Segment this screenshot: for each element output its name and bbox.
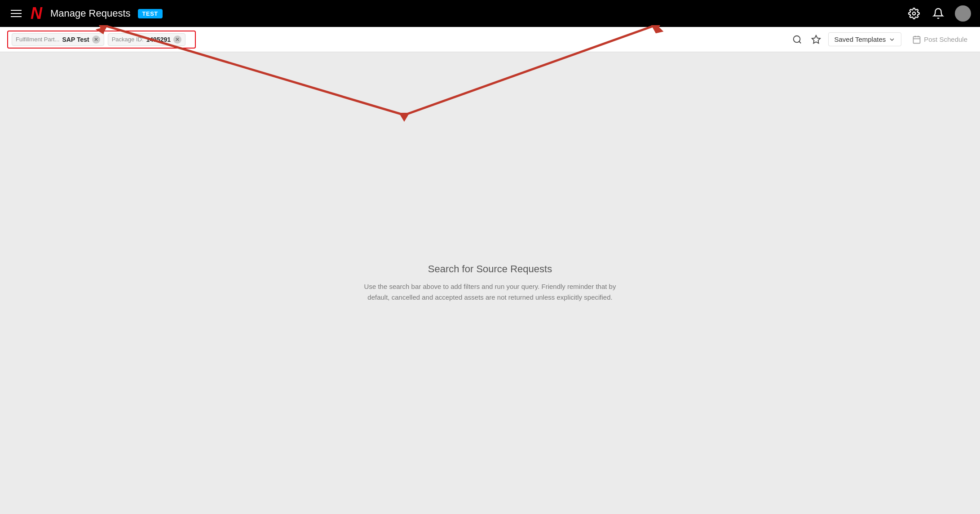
netflix-logo: N [31, 5, 41, 22]
filter-bar: Fulfillment Part... SAP Test ✕ Package I… [0, 27, 980, 52]
chip-label-muted: Package ID: [112, 36, 144, 43]
saved-templates-label: Saved Templates [834, 35, 886, 43]
calendar-icon [912, 35, 921, 44]
settings-button[interactable] [906, 6, 922, 21]
empty-state: Search for Source Requests Use the searc… [364, 263, 616, 303]
chip-close-button[interactable]: ✕ [173, 35, 181, 44]
hamburger-button[interactable] [9, 8, 23, 19]
svg-marker-18 [399, 113, 410, 122]
user-avatar[interactable] [955, 5, 971, 22]
empty-state-description: Use the search bar above to add filters … [364, 281, 616, 303]
svg-line-3 [799, 41, 801, 43]
star-icon [811, 35, 821, 44]
search-icon [792, 35, 802, 44]
notifications-button[interactable] [931, 6, 946, 21]
bell-icon [932, 8, 944, 19]
search-button[interactable] [790, 33, 804, 46]
chevron-down-icon [888, 36, 896, 43]
package-id-chip[interactable]: Package ID: 1495291 ✕ [108, 33, 185, 46]
post-schedule-button[interactable]: Post Schedule [907, 32, 973, 47]
filter-chips-area: Fulfillment Part... SAP Test ✕ Package I… [7, 31, 196, 49]
chip-value: 1495291 [146, 36, 171, 43]
gear-icon [908, 8, 920, 19]
svg-rect-5 [914, 36, 920, 43]
nav-right-icons [906, 5, 971, 22]
navbar: N Manage Requests TEST [0, 0, 980, 27]
svg-point-0 [913, 12, 916, 15]
main-content: Search for Source Requests Use the searc… [0, 52, 980, 514]
favorites-button[interactable] [809, 33, 823, 46]
chip-value: SAP Test [62, 36, 89, 43]
svg-point-1 [961, 9, 965, 13]
post-schedule-label: Post Schedule [924, 35, 967, 43]
svg-point-2 [794, 35, 800, 42]
page-title: Manage Requests [50, 8, 131, 19]
saved-templates-button[interactable]: Saved Templates [828, 32, 901, 46]
filter-right-actions: Saved Templates Post Schedule [790, 32, 973, 47]
chip-close-button[interactable]: ✕ [92, 35, 100, 44]
chip-label-muted: Fulfillment Part... [16, 36, 60, 43]
fulfillment-partner-chip[interactable]: Fulfillment Part... SAP Test ✕ [12, 33, 104, 46]
test-badge: TEST [138, 9, 163, 18]
avatar-icon [957, 7, 969, 20]
svg-marker-4 [812, 35, 820, 43]
empty-state-title: Search for Source Requests [364, 263, 616, 275]
